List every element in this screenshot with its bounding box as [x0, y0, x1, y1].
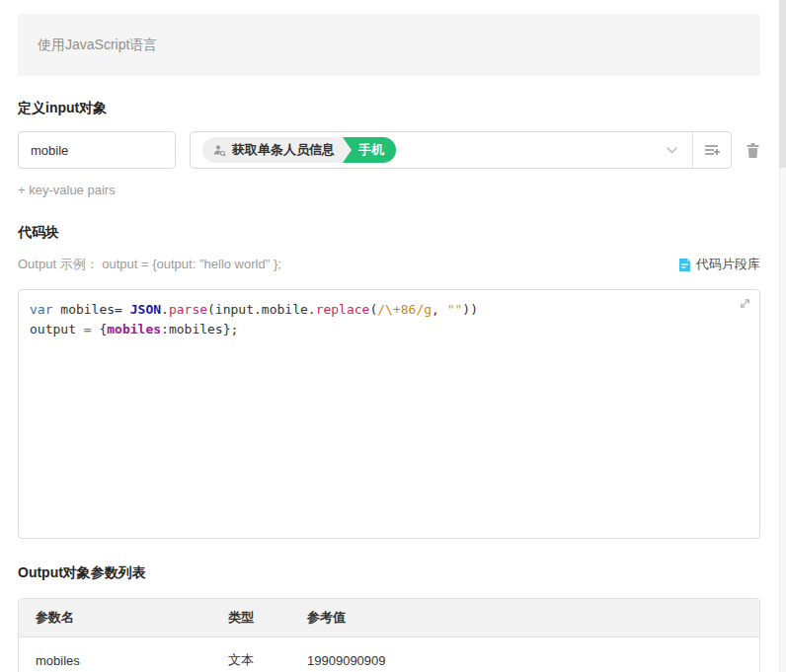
- output-section-title: Output对象参数列表: [18, 564, 760, 582]
- input-section-title: 定义input对象: [18, 100, 760, 117]
- code-content[interactable]: var mobiles= JSON.parse(input.mobile.rep…: [30, 300, 736, 339]
- person-search-icon: [212, 143, 227, 158]
- field-tag-label: 获取单条人员信息: [232, 141, 335, 159]
- key-name-input[interactable]: [18, 131, 176, 169]
- field-tag-badge: 手机: [343, 137, 396, 163]
- table-cell: 文本: [211, 637, 290, 672]
- language-banner: 使用JavaScript语言: [18, 14, 760, 76]
- playlist-add-icon: [704, 143, 721, 158]
- table-row: mobiles文本19909090909: [19, 637, 759, 672]
- table-cell: 19909090909: [290, 637, 759, 672]
- vertical-scrollbar[interactable]: [779, 0, 786, 672]
- add-key-value-link[interactable]: + key-value pairs: [18, 183, 116, 197]
- output-params-table: 参数名类型参考值 mobiles文本19909090909: [18, 598, 760, 672]
- column-header: 参数名: [19, 599, 211, 637]
- code-line: var mobiles= JSON.parse(input.mobile.rep…: [30, 300, 736, 320]
- field-tag: 获取单条人员信息 手机: [202, 137, 396, 163]
- code-block-config-panel: 使用JavaScript语言 定义input对象 获取单条人员信息 手机: [0, 0, 786, 672]
- table-header-row: 参数名类型参考值: [19, 599, 759, 637]
- delete-row-button[interactable]: [746, 142, 760, 159]
- column-header: 参考值: [290, 599, 759, 637]
- column-header: 类型: [211, 599, 290, 637]
- table-cell: mobiles: [19, 637, 211, 672]
- code-editor[interactable]: var mobiles= JSON.parse(input.mobile.rep…: [18, 289, 760, 539]
- code-hint-row: Output 示例： output = {output: "hello worl…: [18, 256, 760, 273]
- trash-icon: [746, 142, 760, 159]
- expand-icon[interactable]: [739, 297, 751, 310]
- chevron-down-icon: [666, 146, 678, 155]
- document-icon: [678, 258, 691, 272]
- scrollbar-thumb[interactable]: [779, 0, 786, 168]
- code-snippet-library-label: 代码片段库: [696, 256, 760, 273]
- code-section-title: 代码块: [18, 224, 760, 242]
- key-value-row: 获取单条人员信息 手机: [18, 131, 760, 169]
- value-field-select[interactable]: 获取单条人员信息 手机: [191, 132, 692, 168]
- output-example-hint: Output 示例： output = {output: "hello worl…: [18, 256, 281, 273]
- language-banner-text: 使用JavaScript语言: [38, 37, 157, 54]
- playlist-add-button[interactable]: [693, 132, 731, 168]
- value-select-group: 获取单条人员信息 手机: [190, 131, 732, 169]
- code-line: output = {mobiles:mobiles};: [30, 320, 736, 339]
- code-snippet-library-link[interactable]: 代码片段库: [678, 256, 760, 273]
